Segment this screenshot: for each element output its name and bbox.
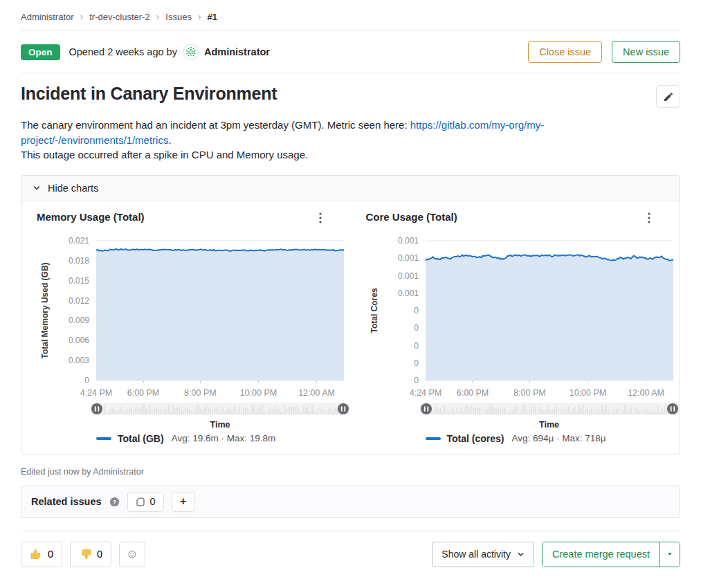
opened-text: Opened 2 weeks ago by (69, 46, 177, 57)
avatar[interactable] (183, 44, 199, 60)
issue-footer: 0 0 Show all activity (21, 531, 680, 567)
chart-plot: 0.0210.0180.0150.0120.0090.0060.00304:24… (37, 232, 351, 398)
hide-charts-label: Hide charts (48, 183, 98, 194)
svg-text:0.021: 0.021 (69, 236, 89, 246)
issue-page: Administrator › tr-dev-cluster-2 › Issue… (0, 0, 701, 567)
thumbs-down-button[interactable]: 0 (70, 542, 111, 567)
chevron-right-icon: › (156, 11, 160, 22)
issues-icon (136, 497, 145, 507)
thumbs-down-count: 0 (97, 549, 102, 560)
description-text: This outage occurred after a spike in CP… (21, 147, 680, 163)
legend-series-stats: Avg: 19.6m · Max: 19.8m (172, 433, 276, 443)
breadcrumb-item-issues[interactable]: Issues (165, 12, 192, 22)
edit-title-button[interactable] (656, 85, 680, 108)
svg-text:4:24 PM: 4:24 PM (409, 388, 441, 398)
related-issues-title: Related issues (31, 496, 102, 507)
chart-title: Memory Usage (Total) (37, 211, 145, 223)
chart-legend: Total (GB) Avg: 19.6m · Max: 19.8m (96, 433, 351, 444)
svg-text:?: ? (112, 498, 116, 505)
author-name[interactable]: Administrator (204, 46, 270, 57)
x-axis-title: Time (96, 420, 344, 430)
activity-filter-label: Show all activity (441, 549, 511, 560)
chart-zoom-slider[interactable] (420, 403, 680, 415)
related-issues-count-badge: 0 (127, 492, 164, 512)
chevron-down-icon (33, 184, 41, 192)
thumbs-up-icon (30, 548, 43, 561)
description-text: The canary environment had an incident a… (21, 119, 410, 131)
kebab-menu-icon (319, 212, 322, 223)
svg-text:12:00 AM: 12:00 AM (628, 388, 664, 398)
svg-text:0: 0 (414, 358, 419, 367)
chevron-right-icon: › (80, 11, 84, 22)
svg-text:10:00 PM: 10:00 PM (240, 388, 277, 398)
svg-text:0.015: 0.015 (69, 275, 89, 285)
chart-zoom-slider[interactable] (91, 403, 351, 415)
activity-filter-dropdown[interactable]: Show all activity (432, 542, 534, 567)
add-related-issue-button[interactable]: + (172, 492, 195, 512)
svg-text:0: 0 (414, 340, 419, 350)
svg-text:8:00 PM: 8:00 PM (184, 388, 217, 398)
issue-description: The canary environment had an incident a… (21, 118, 680, 163)
related-issues-count: 0 (150, 496, 156, 507)
legend-series-stats: Avg: 694µ · Max: 718µ (511, 433, 606, 443)
svg-text:0.009: 0.009 (69, 315, 89, 325)
core-usage-chart: Core Usage (Total) 0.0010.0010.0010.0010… (351, 201, 680, 444)
svg-text:0.018: 0.018 (69, 255, 89, 265)
chevron-right-icon: › (198, 11, 201, 22)
smiley-icon (128, 548, 136, 561)
thumbs-down-icon (79, 548, 92, 561)
chart-legend: Total (cores) Avg: 694µ · Max: 718µ (426, 433, 680, 444)
issue-status-bar: Open Opened 2 weeks ago by Administrator… (21, 31, 680, 73)
description-text: . (168, 134, 171, 146)
svg-text:Total Cores: Total Cores (370, 288, 379, 333)
question-icon[interactable]: ? (109, 497, 120, 507)
svg-text:6:00 PM: 6:00 PM (127, 388, 160, 398)
add-emoji-button[interactable] (119, 542, 145, 567)
create-merge-request-button[interactable]: Create merge request (543, 542, 659, 567)
breadcrumb: Administrator › tr-dev-cluster-2 › Issue… (21, 8, 680, 31)
charts-row: Memory Usage (Total) 0.0210.0180.0150.01… (21, 201, 680, 454)
x-axis-title: Time (426, 420, 673, 430)
svg-text:6:00 PM: 6:00 PM (456, 388, 489, 398)
chevron-down-icon (517, 551, 525, 558)
svg-text:0: 0 (414, 306, 419, 315)
breadcrumb-item-issue-number: #1 (208, 12, 217, 22)
hide-charts-toggle[interactable]: Hide charts (21, 176, 680, 201)
create-merge-request-split-button: Create merge request (542, 542, 680, 567)
legend-swatch (426, 437, 441, 440)
svg-text:10:00 PM: 10:00 PM (569, 388, 606, 398)
related-issues-card: Related issues ? 0 + (21, 486, 680, 518)
svg-text:0: 0 (414, 323, 419, 333)
chart-plot: 0.0010.0010.0010.001000004:24 PM6:00 PM8… (366, 232, 680, 398)
breadcrumb-item-administrator[interactable]: Administrator (21, 12, 74, 22)
svg-text:0: 0 (414, 376, 419, 385)
pencil-icon (663, 91, 674, 102)
chart-options-kebab-button[interactable] (316, 211, 325, 227)
title-row: Incident in Canary Environment (21, 73, 680, 108)
svg-text:0.001: 0.001 (397, 270, 418, 280)
chevron-down-icon (666, 551, 673, 558)
legend-series-name[interactable]: Total (GB) (118, 433, 164, 444)
kebab-menu-icon (648, 212, 650, 223)
thumbs-up-button[interactable]: 0 (21, 542, 62, 567)
svg-text:0.003: 0.003 (69, 356, 89, 365)
svg-text:0: 0 (84, 376, 89, 385)
breadcrumb-item-project[interactable]: tr-dev-cluster-2 (89, 12, 149, 22)
chart-options-kebab-button[interactable] (645, 211, 653, 227)
chart-title: Core Usage (Total) (366, 211, 457, 223)
edited-note: Edited just now by Administrator (21, 467, 680, 477)
svg-text:12:00 AM: 12:00 AM (298, 388, 335, 398)
status-badge: Open (21, 44, 60, 60)
create-merge-request-caret-button[interactable] (659, 542, 680, 567)
svg-text:0.012: 0.012 (69, 295, 89, 305)
svg-text:8:00 PM: 8:00 PM (513, 388, 546, 398)
svg-text:0.001: 0.001 (397, 236, 418, 246)
svg-text:0.006: 0.006 (69, 336, 89, 345)
page-title: Incident in Canary Environment (21, 84, 277, 104)
legend-swatch (96, 437, 111, 440)
close-issue-button[interactable]: Close issue (528, 41, 602, 63)
metrics-charts-panel: Hide charts Memory Usage (Total) 0.0210.… (21, 175, 680, 454)
memory-usage-chart: Memory Usage (Total) 0.0210.0180.0150.01… (21, 201, 351, 444)
new-issue-button[interactable]: New issue (612, 41, 680, 63)
legend-series-name[interactable]: Total (cores) (447, 433, 504, 444)
